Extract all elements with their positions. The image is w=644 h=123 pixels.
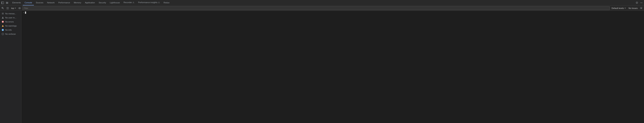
no-issues-badge: No Issues (628, 7, 638, 9)
tab-recorder[interactable]: Recorder ⚠ (122, 0, 136, 5)
clear-console-button[interactable] (1, 6, 5, 10)
tab-sources[interactable]: Sources (34, 0, 45, 5)
svg-point-21 (2, 17, 3, 18)
sidebar-item-warnings-label: No warnings (5, 25, 16, 27)
error-icon (2, 20, 4, 23)
tab-settings-area (635, 1, 643, 5)
sidebar-item-errors-label: No errors (5, 21, 14, 23)
svg-point-9 (641, 2, 642, 3)
prompt-arrow: › (23, 11, 24, 14)
settings-icon[interactable] (635, 1, 639, 5)
tab-memory[interactable]: Memory (72, 0, 83, 5)
sidebar-item-verbose-label: No verbose (5, 33, 16, 35)
svg-point-10 (642, 2, 642, 3)
eye-icon (18, 7, 21, 9)
gear-icon (640, 7, 642, 9)
warning-icon: ! (2, 24, 4, 27)
eye-icon-button[interactable] (18, 6, 22, 10)
svg-rect-19 (2, 13, 4, 14)
svg-rect-18 (2, 13, 4, 13)
filter-wrap (22, 6, 610, 10)
sidebar-item-user-label: No user m... (5, 16, 16, 19)
console-sidebar: No messa... No user m... No errors (0, 11, 22, 123)
log-levels-selector[interactable]: Default levels (610, 7, 627, 10)
svg-point-8 (640, 2, 641, 3)
console-settings-button[interactable] (639, 6, 643, 10)
dock-icon[interactable] (1, 1, 4, 5)
tab-bar: Elements Console Sources Network Perform… (0, 0, 644, 5)
svg-point-29 (2, 34, 3, 34)
svg-point-17 (19, 8, 20, 8)
chevron-down-icon (14, 7, 16, 9)
tab-elements[interactable]: Elements (10, 0, 23, 5)
tab-lighthouse[interactable]: Lighthouse (108, 0, 122, 5)
svg-point-6 (7, 2, 8, 3)
svg-rect-14 (6, 7, 9, 7)
svg-rect-1 (2, 2, 2, 4)
user-icon (2, 16, 4, 19)
console-output[interactable]: › (22, 11, 644, 123)
levels-label: Default levels (612, 7, 624, 9)
verbose-icon (2, 33, 4, 35)
svg-text:!: ! (2, 25, 3, 26)
sidebar-item-user-messages[interactable]: No user m... (0, 16, 21, 20)
tab-performance-insights[interactable]: Performance insights ⚠ (136, 0, 162, 5)
sidebar-item-errors[interactable]: No errors (0, 20, 21, 24)
sidebar-item-warnings[interactable]: ! No warnings (0, 24, 21, 28)
svg-rect-20 (2, 14, 4, 14)
svg-line-13 (2, 7, 3, 8)
sidebar-item-info-label: No info (5, 29, 12, 31)
tab-network[interactable]: Network (45, 0, 56, 5)
list-icon (2, 12, 4, 15)
sidebar-item-messages-label: No messa... (5, 12, 16, 15)
sidebar-item-messages[interactable]: No messa... (0, 11, 21, 16)
devtools-icons (1, 1, 10, 5)
main-tabs: Elements Console Sources Network Perform… (10, 0, 635, 5)
context-label: top (11, 7, 14, 9)
context-selector[interactable]: top (10, 7, 17, 10)
console-toolbar: top Default levels No Issues (0, 5, 644, 11)
toggle-sidebar-button[interactable] (6, 6, 10, 10)
more-icon[interactable] (640, 1, 643, 5)
tab-security[interactable]: Security (97, 0, 108, 5)
tab-application[interactable]: Application (83, 0, 97, 5)
chevron-down-levels-icon (624, 7, 626, 9)
info-icon: i (2, 29, 4, 31)
filter-input[interactable] (22, 6, 610, 10)
sidebar-item-info[interactable]: i No info (0, 28, 21, 32)
sidebar-item-verbose[interactable]: No verbose (0, 32, 21, 36)
console-cursor (25, 11, 26, 14)
tab-redux[interactable]: Redux (162, 0, 172, 5)
console-prompt-line: › (23, 11, 642, 14)
svg-text:i: i (2, 29, 3, 31)
customize-icon[interactable] (5, 1, 9, 5)
svg-point-5 (6, 2, 7, 2)
tab-console[interactable]: Console (23, 0, 34, 5)
svg-rect-16 (6, 9, 9, 9)
svg-point-7 (6, 3, 7, 4)
main-content: No messa... No user m... No errors (0, 11, 644, 123)
svg-line-12 (3, 8, 4, 9)
tab-performance[interactable]: Performance (56, 0, 72, 5)
svg-rect-15 (6, 8, 9, 8)
